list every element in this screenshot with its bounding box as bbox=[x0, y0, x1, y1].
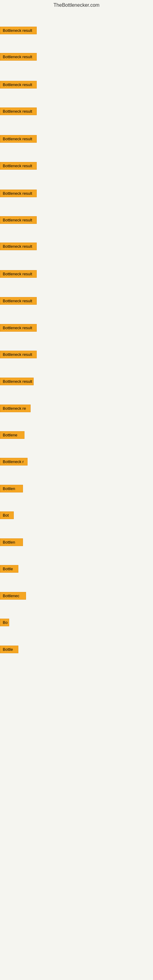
bottleneck-result-item[interactable]: Bottlene bbox=[0, 431, 24, 439]
bottleneck-result-item[interactable]: Bottleneck result bbox=[0, 351, 37, 358]
site-title: TheBottlenecker.com bbox=[0, 0, 153, 9]
bottleneck-result-item[interactable]: Bottleneck result bbox=[0, 270, 37, 278]
bottleneck-result-item[interactable]: Bottleneck result bbox=[0, 162, 37, 170]
bottleneck-result-item[interactable]: Bottlenec bbox=[0, 592, 26, 600]
bottleneck-result-item[interactable]: Bottleneck result bbox=[0, 378, 33, 385]
bottleneck-result-item[interactable]: Bottleneck result bbox=[0, 27, 37, 34]
bottleneck-result-item[interactable]: Bo bbox=[0, 619, 9, 626]
bottleneck-result-item[interactable]: Bottle bbox=[0, 646, 18, 653]
bottleneck-result-item[interactable]: Bottleneck r bbox=[0, 458, 27, 466]
bottleneck-result-item[interactable]: Bottleneck result bbox=[0, 135, 37, 143]
bottleneck-result-item[interactable]: Bot bbox=[0, 511, 14, 519]
bottleneck-result-item[interactable]: Bottleneck result bbox=[0, 81, 37, 89]
bottleneck-result-item[interactable]: Bottleneck result bbox=[0, 243, 37, 250]
bottleneck-result-item[interactable]: Bottleneck result bbox=[0, 108, 37, 115]
bottleneck-result-item[interactable]: Bottleneck result bbox=[0, 297, 37, 305]
bottleneck-result-item[interactable]: Bottleneck result bbox=[0, 189, 37, 197]
bottleneck-result-item[interactable]: Bottlen bbox=[0, 485, 23, 492]
bottleneck-result-item[interactable]: Bottleneck re bbox=[0, 404, 30, 412]
bottleneck-result-item[interactable]: Bottle bbox=[0, 565, 18, 573]
bottleneck-result-item[interactable]: Bottleneck result bbox=[0, 53, 37, 60]
bottleneck-result-item[interactable]: Bottleneck result bbox=[0, 216, 37, 224]
bottleneck-result-item[interactable]: Bottleneck result bbox=[0, 324, 37, 332]
bottleneck-result-item[interactable]: Bottlen bbox=[0, 538, 23, 546]
